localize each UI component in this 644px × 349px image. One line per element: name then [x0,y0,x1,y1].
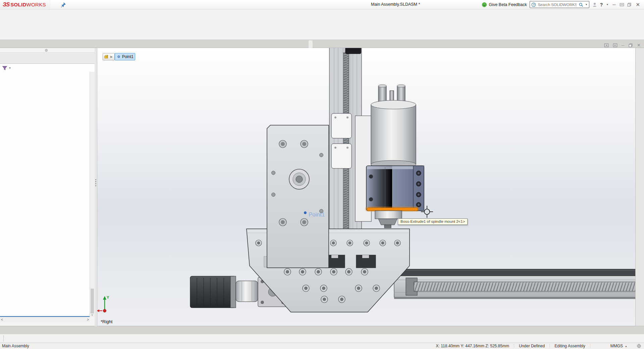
tree-horizontal-scrollbar[interactable]: < > [0,317,90,322]
feature-panel-tabs [0,52,95,64]
feature-manager-panel: ▼ ˅ < > [0,48,95,326]
status-editing-mode: Editing Assembly [550,343,590,349]
status-constraint-state: Under Defined [514,343,549,349]
spindle-mount[interactable] [366,166,424,211]
model-tab-bar [0,326,644,334]
status-bar: Main Assembly X: 118.40mm Y: 447.16mm Z:… [0,343,644,349]
search-dropdown-caret[interactable]: ▼ [585,3,588,6]
pane-collapse-left-button[interactable] [604,43,609,48]
solidworks-logo: ЗS SOLIDWORKS [0,0,51,9]
ds-logo-icon: ЗS [3,1,9,8]
panel-collapse-handle[interactable] [0,48,95,52]
selection-breadcrumb: ▶ Point1 [103,53,135,60]
x-stepper-motor[interactable] [190,276,236,308]
spindle-assembly[interactable] [365,85,424,228]
status-document-name: Main Assembly [0,344,29,348]
restore-button[interactable] [627,2,632,7]
svg-text:Y: Y [107,295,109,299]
logo-text-solid: SOLID [10,2,26,7]
vertical-scroll-thumb[interactable] [91,289,94,313]
status-coordinates: X: 118.40mm Y: 447.16mm Z: 525.85mm [431,343,514,349]
point-icon [116,54,121,59]
tree-filter-caret[interactable]: ▼ [9,67,11,69]
smiley-icon [482,2,487,7]
scroll-right-arrow[interactable]: > [87,318,89,321]
tree-filter-icon[interactable] [2,65,7,71]
z-mount-plate[interactable] [267,125,329,268]
document-title: Main Assembly.SLDASM * [371,2,420,7]
help-dropdown-caret[interactable]: ▼ [606,3,608,6]
status-globe-icon[interactable] [632,343,644,349]
task-pane [635,48,644,326]
breadcrumb-assembly-chip[interactable]: ▶ [103,53,115,60]
status-units[interactable]: MMGS ▲ [606,343,632,349]
logo-text-works: WORKS [26,2,46,7]
point1-label: Point1 [309,211,325,218]
highlighted-edge [367,208,418,211]
title-bar: ЗS SOLIDWORKS Main Assembly.SLDASM * Giv… [0,0,644,9]
pane-collapse-right-button[interactable] [613,43,618,48]
search-icon [579,2,583,7]
resize-button[interactable] [620,2,624,7]
scroll-left-arrow[interactable]: < [1,318,3,321]
child-minimize-button[interactable]: ─ [622,43,625,48]
help-circle-icon [531,2,536,7]
z-stepper-motor[interactable] [345,48,361,54]
heads-up-view-toolbar [309,40,313,50]
close-button[interactable]: ✕ [634,2,641,8]
breadcrumb-point1-chip[interactable]: Point1 [115,53,135,60]
shaft-coupler[interactable] [236,281,258,302]
help-search-box[interactable]: ▼ [530,1,589,8]
x-axis-beam[interactable] [394,269,636,299]
graphics-area[interactable]: Point1 Y Z [95,48,636,326]
beta-feedback-button[interactable]: Give Beta Feedback [482,2,527,7]
units-caret: ▲ [625,345,627,347]
tree-vertical-scrollbar[interactable]: ˅ [90,72,95,317]
x-leadscrew[interactable] [414,282,636,291]
help-button[interactable]: ? [600,2,603,7]
command-tab-row: ─ ✕ [0,40,644,48]
user-account-icon[interactable] [592,2,597,7]
panel-splitter[interactable] [95,48,97,326]
selection-filter-toolbar [0,334,644,343]
feature-tree [0,72,90,316]
assembly-icon [104,54,109,59]
spindle-motor-body[interactable] [371,105,416,164]
toolbar-drag-handle[interactable] [3,336,5,342]
search-input[interactable] [537,2,577,7]
view-orientation-label: *Right [101,319,112,324]
pin-menu-icon[interactable] [61,2,68,7]
hover-tooltip: Boss-Extrude1 of spindle mount 2<1> [398,218,468,225]
solidworks-window: ЗS SOLIDWORKS Main Assembly.SLDASM * Giv… [0,0,644,349]
scroll-down-chevron[interactable]: ˅ [90,313,95,317]
child-restore-button[interactable] [628,43,633,48]
minimize-button[interactable]: ─ [611,2,617,7]
child-close-button[interactable]: ✕ [637,43,641,48]
evaluate-ribbon [0,9,644,40]
cnc-assembly-model[interactable]: Point1 Y Z [95,48,636,326]
